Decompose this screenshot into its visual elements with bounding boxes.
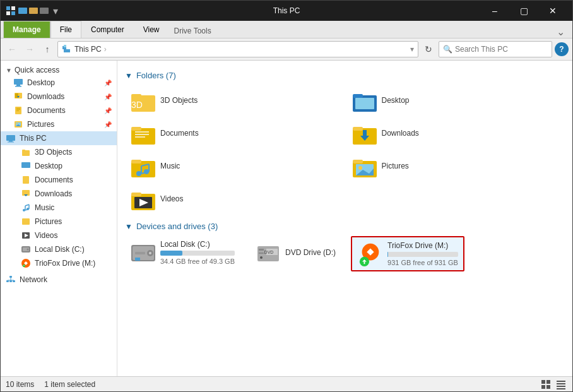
sidebar-item-downloads-quick[interactable]: Downloads 📌 bbox=[1, 90, 117, 104]
folder-documents[interactable]: Documents bbox=[125, 118, 344, 148]
svg-rect-1 bbox=[11, 6, 15, 10]
sidebar-label: Downloads bbox=[35, 189, 72, 198]
sidebar-item-desktop-pc[interactable]: Desktop bbox=[1, 159, 117, 173]
properties-icon bbox=[40, 8, 49, 14]
ribbon-expand[interactable]: ⌄ bbox=[557, 26, 570, 38]
folder-3d-icon: 3D bbox=[130, 89, 155, 112]
triofox-drive-icon bbox=[357, 241, 382, 266]
drive-free-m: 931 GB free of 931 GB bbox=[387, 259, 458, 266]
folder-downloads[interactable]: Downloads bbox=[346, 118, 565, 148]
svg-rect-7 bbox=[14, 79, 23, 85]
folders-section-header[interactable]: ▼ Folders (7) bbox=[125, 71, 565, 80]
sidebar-item-this-pc[interactable]: This PC bbox=[1, 131, 117, 145]
folder-name: Music bbox=[160, 162, 180, 170]
svg-point-68 bbox=[136, 171, 141, 176]
file-explorer-window: ▾ This PC – ▢ ✕ Manage File Computer Vie… bbox=[0, 0, 573, 392]
sidebar-item-downloads-pc[interactable]: Downloads bbox=[1, 187, 117, 201]
svg-rect-67 bbox=[131, 160, 141, 163]
sidebar-item-local-disk[interactable]: Local Disk (C:) bbox=[1, 242, 117, 256]
refresh-button[interactable]: ↻ bbox=[421, 42, 436, 57]
svg-rect-14 bbox=[16, 108, 20, 109]
drive-bar-container-c bbox=[160, 251, 235, 256]
large-icons-view-button[interactable] bbox=[540, 378, 552, 391]
sidebar-section-quick-access[interactable]: ▼ Quick access bbox=[1, 63, 117, 76]
svg-point-95 bbox=[260, 256, 263, 259]
sidebar-item-3d-objects[interactable]: 3D Objects bbox=[1, 145, 117, 159]
address-box[interactable]: This PC › ▾ bbox=[57, 41, 418, 57]
sidebar-item-music-pc[interactable]: Music bbox=[1, 201, 117, 215]
save-icon bbox=[18, 8, 27, 14]
svg-rect-16 bbox=[16, 110, 19, 111]
devices-section-header[interactable]: ▼ Devices and drives (3) bbox=[125, 222, 565, 231]
window-controls: – ▢ ✕ bbox=[480, 1, 567, 21]
sidebar-item-documents-pc[interactable]: Documents bbox=[1, 173, 117, 187]
sidebar-label: TrioFox Drive (M:) bbox=[35, 259, 95, 268]
folder-3d-objects[interactable]: 3D 3D Objects bbox=[125, 85, 344, 116]
network-label: Network bbox=[20, 275, 47, 284]
svg-point-77 bbox=[358, 166, 362, 170]
sidebar-item-pictures-pc[interactable]: Pictures bbox=[1, 215, 117, 229]
details-view-button[interactable] bbox=[555, 378, 567, 391]
folder-pictures-icon bbox=[351, 155, 377, 177]
svg-rect-15 bbox=[16, 109, 20, 110]
drive-bar-c bbox=[160, 251, 182, 256]
sidebar-item-triofox[interactable]: TrioFox Drive (M:) bbox=[1, 256, 117, 270]
sidebar-label: Downloads bbox=[27, 92, 64, 101]
folder-name: 3D Objects bbox=[160, 96, 198, 105]
svg-rect-26 bbox=[21, 162, 30, 168]
folder-pictures[interactable]: Pictures bbox=[346, 151, 565, 181]
devices-grid: Local Disk (C:) 34.4 GB free of 49.3 GB bbox=[125, 236, 565, 271]
dropdown-arrow[interactable]: ▾ bbox=[53, 5, 58, 17]
window-icon bbox=[6, 6, 16, 16]
help-button[interactable]: ? bbox=[555, 42, 569, 56]
svg-text:3D: 3D bbox=[131, 100, 143, 110]
address-dropdown[interactable]: ▾ bbox=[410, 45, 414, 54]
svg-rect-91 bbox=[259, 249, 264, 251]
drive-local-disk-c[interactable]: Local Disk (C:) 34.4 GB free of 49.3 GB bbox=[125, 236, 240, 271]
folder-name: Desktop bbox=[382, 96, 410, 105]
tab-computer[interactable]: Computer bbox=[81, 21, 134, 38]
drive-name-m: TrioFox Drive (M:) bbox=[387, 241, 458, 250]
svg-rect-100 bbox=[546, 380, 550, 384]
forward-button[interactable]: → bbox=[22, 42, 37, 57]
sidebar-item-pictures-quick[interactable]: Pictures 📌 bbox=[1, 117, 117, 131]
sidebar-label: Pictures bbox=[27, 120, 54, 129]
svg-point-86 bbox=[149, 252, 151, 254]
minimize-button[interactable]: – bbox=[480, 1, 509, 21]
back-button[interactable]: ← bbox=[4, 42, 20, 57]
sidebar: ▼ Quick access Desktop 📌 Downl bbox=[1, 61, 117, 376]
svg-rect-58 bbox=[131, 127, 141, 131]
drive-header-d: DVD DVD Drive (D:) bbox=[255, 240, 336, 265]
network-icon bbox=[6, 275, 16, 285]
sidebar-item-videos-pc[interactable]: Videos bbox=[1, 229, 117, 242]
sidebar-item-desktop-quick[interactable]: Desktop 📌 bbox=[1, 76, 117, 90]
maximize-button[interactable]: ▢ bbox=[509, 1, 538, 21]
address-icon bbox=[62, 44, 72, 55]
tab-view[interactable]: View bbox=[134, 21, 169, 38]
folder-name: Documents bbox=[160, 129, 199, 138]
downloads-pc-icon bbox=[21, 189, 31, 199]
desktop-icon bbox=[13, 78, 23, 88]
address-controls: ▾ bbox=[410, 45, 414, 54]
folder-videos[interactable]: Videos bbox=[125, 184, 344, 214]
search-box[interactable]: 🔍 bbox=[439, 41, 552, 57]
svg-rect-104 bbox=[557, 383, 565, 384]
drive-free-c: 34.4 GB free of 49.3 GB bbox=[160, 258, 235, 265]
svg-rect-61 bbox=[135, 136, 145, 138]
up-button[interactable]: ↑ bbox=[40, 42, 55, 57]
svg-rect-52 bbox=[131, 94, 141, 98]
tab-manage[interactable]: Manage bbox=[3, 21, 50, 38]
svg-rect-60 bbox=[135, 134, 149, 135]
svg-rect-75 bbox=[353, 160, 363, 163]
close-button[interactable]: ✕ bbox=[538, 1, 567, 21]
sidebar-item-documents-quick[interactable]: Documents 📌 bbox=[1, 104, 117, 117]
search-input[interactable] bbox=[455, 45, 548, 54]
folder-music[interactable]: Music bbox=[125, 151, 344, 181]
folder-desktop[interactable]: Desktop bbox=[346, 85, 565, 116]
drive-tools-label: Drive Tools bbox=[169, 24, 216, 38]
drive-dvd-d[interactable]: DVD DVD Drive (D:) bbox=[250, 236, 341, 271]
folder-name: Downloads bbox=[382, 129, 419, 138]
tab-file[interactable]: File bbox=[50, 21, 81, 38]
drive-triofox-m[interactable]: TrioFox Drive (M:) 931 GB free of 931 GB bbox=[351, 236, 464, 271]
sidebar-item-network[interactable]: Network bbox=[1, 273, 117, 287]
